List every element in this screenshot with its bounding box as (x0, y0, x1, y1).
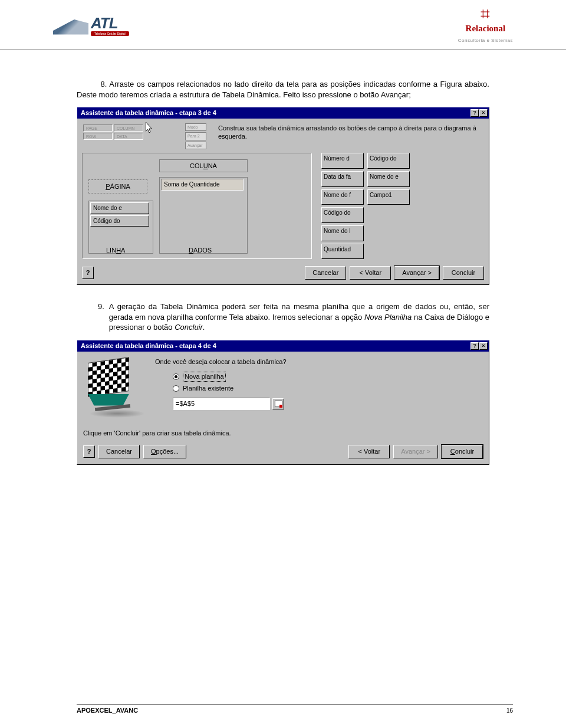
page-content: 8. Arraste os campos relacionados no lad… (0, 50, 566, 465)
mini-buttons: Modo Para 2 Avançar (185, 123, 206, 149)
zone-column[interactable]: COLUNA (159, 159, 248, 172)
finish-button[interactable]: Concluir (442, 445, 483, 458)
pivot-layout-diagram[interactable]: PÁGINA COLUNA Nome do e Código do Soma d… (82, 153, 312, 259)
finish-button[interactable]: Concluir (443, 266, 484, 280)
dialog-pivot-step4: Assistente da tabela dinâmica - etapa 4 … (77, 340, 489, 465)
mini-layout-preview: PAGE COLUMN ROW DATA (82, 123, 173, 142)
options-button[interactable]: Opções... (143, 445, 186, 458)
atl-subtext: Telefonia Celular Digital (91, 31, 129, 36)
back-button[interactable]: < Voltar (348, 445, 390, 458)
page-footer: APOEXCEL_AVANC 16 (77, 704, 513, 714)
mini-row: ROW (83, 133, 113, 140)
list-item-8: 8. Arraste os campos relacionados no lad… (77, 79, 489, 100)
atl-swoosh-icon (53, 16, 88, 35)
radio-unselected-icon[interactable] (173, 385, 179, 392)
logo-relacional: ⌗ Relacional Consultoria e Sistemas (458, 6, 513, 44)
next-button-disabled: Avançar > (393, 445, 438, 458)
field-btn[interactable]: Data da fa (321, 171, 364, 187)
page-header: ATL Telefonia Celular Digital ⌗ Relacion… (0, 0, 566, 50)
close-titlebar-button[interactable]: × (479, 342, 488, 350)
help-button[interactable]: ? (82, 267, 94, 279)
zone-data[interactable]: Soma de Quantidade (159, 177, 248, 254)
back-button[interactable]: < Voltar (350, 266, 391, 280)
data-field-1[interactable]: Soma de Quantidade (161, 179, 243, 191)
available-field-list: Número d Código do Data da fa Nome do e … (321, 153, 410, 259)
field-btn[interactable]: Nome do f (321, 189, 364, 205)
mini-col: COLUMN (114, 124, 143, 132)
mini-page: PAGE (83, 124, 113, 132)
titlebar-title: Assistente da tabela dinâmica - etapa 3 … (81, 109, 216, 117)
row-field-2[interactable]: Código do (90, 215, 149, 227)
field-btn[interactable]: Campo1 (367, 189, 410, 205)
relacional-grid-icon: ⌗ (476, 6, 494, 24)
cancel-button[interactable]: Cancelar (305, 266, 346, 280)
mini-btn-2: Para 2 (185, 132, 206, 140)
radio-existing-sheet[interactable]: Planilha existente (173, 384, 483, 393)
field-btn[interactable]: Nome do l (321, 225, 364, 241)
field-btn[interactable]: Código do (321, 207, 364, 223)
item9-text: A geração da Tabela Dinâmica poderá ser … (109, 301, 489, 333)
instruction-text: Construa sua tabela dinâmica arrastando … (218, 123, 484, 141)
row-field-1[interactable]: Nome do e (90, 202, 149, 214)
next-button[interactable]: Avançar > (394, 266, 439, 280)
relacional-subtext: Consultoria e Sistemas (458, 38, 513, 43)
reference-input[interactable]: =$A$5 (173, 398, 270, 410)
relacional-text: Relacional (458, 24, 513, 34)
help-button[interactable]: ? (83, 445, 95, 458)
titlebar-step4[interactable]: Assistente da tabela dinâmica - etapa 4 … (77, 340, 489, 352)
field-btn[interactable]: Nome do e (367, 171, 410, 187)
help-titlebar-button[interactable]: ? (470, 109, 479, 117)
cancel-button[interactable]: Cancelar (98, 445, 140, 458)
prompt-text: Onde você deseja colocar a tabela dinâmi… (155, 358, 483, 366)
list-item-9: 9. A geração da Tabela Dinâmica poderá s… (98, 301, 489, 333)
zone-row-label: LINHA (106, 246, 125, 255)
dialog-pivot-step3: Assistente da tabela dinâmica - etapa 3 … (77, 107, 489, 285)
hint-text: Clique em 'Concluir' para criar sua tabe… (83, 429, 483, 438)
item8-number: 8. (101, 80, 107, 88)
field-btn[interactable]: Número d (321, 153, 364, 169)
titlebar-step3[interactable]: Assistente da tabela dinâmica - etapa 3 … (77, 107, 489, 119)
radio-selected-icon[interactable] (173, 373, 179, 380)
titlebar-title: Assistente da tabela dinâmica - etapa 4 … (81, 342, 216, 350)
zone-page[interactable]: PÁGINA (88, 179, 147, 194)
doc-code: APOEXCEL_AVANC (77, 707, 138, 714)
field-btn[interactable]: Código do (367, 153, 410, 169)
item8-text: Arraste os campos relacionados no lado d… (77, 80, 489, 99)
collapse-dialog-icon[interactable] (272, 398, 284, 409)
checkered-flag-icon (83, 358, 148, 419)
zone-data-label: DADOS (189, 246, 212, 255)
page-number: 16 (506, 707, 513, 714)
radio-new-sheet[interactable]: Nova planilha (173, 372, 483, 382)
item9-number: 9. (98, 301, 104, 333)
radio-existing-label: Planilha existente (183, 384, 233, 393)
help-titlebar-button[interactable]: ? (470, 342, 479, 350)
field-btn[interactable]: Quantidad (321, 244, 364, 260)
atl-text: ATL (91, 14, 129, 32)
mini-btn-1: Modo (185, 123, 206, 131)
mini-btn-3: Avançar (185, 142, 206, 149)
close-titlebar-button[interactable]: × (479, 109, 488, 117)
logo-atl: ATL Telefonia Celular Digital (53, 14, 129, 36)
mini-data: DATA (114, 133, 143, 140)
radio-new-label: Nova planilha (183, 372, 226, 382)
